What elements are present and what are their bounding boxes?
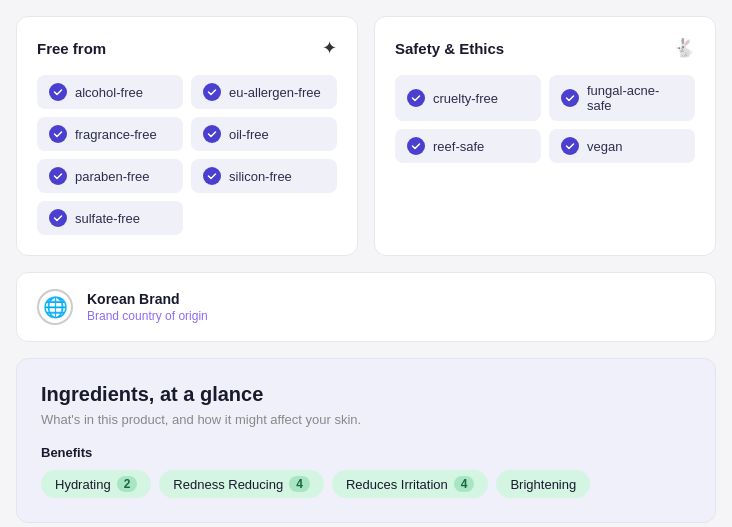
benefit-name: Redness Reducing	[173, 477, 283, 492]
check-icon	[203, 83, 221, 101]
tag-label: oil-free	[229, 127, 269, 142]
safety-tag: cruelty-free	[395, 75, 541, 121]
free-from-tag: paraben-free	[37, 159, 183, 193]
tag-label: vegan	[587, 139, 622, 154]
tag-label: cruelty-free	[433, 91, 498, 106]
korean-brand-text: Korean Brand Brand country of origin	[87, 291, 208, 323]
korean-brand-card: 🌐 Korean Brand Brand country of origin	[16, 272, 716, 342]
free-from-header: Free from ✦	[37, 37, 337, 59]
benefit-name: Hydrating	[55, 477, 111, 492]
check-icon	[49, 209, 67, 227]
safety-tag: vegan	[549, 129, 695, 163]
safety-tags-grid: cruelty-free fungal-acne-safe reef-safe	[395, 75, 695, 163]
check-icon	[49, 167, 67, 185]
sparkle-icon: ✦	[322, 37, 337, 59]
check-icon	[49, 125, 67, 143]
tag-label: fungal-acne-safe	[587, 83, 683, 113]
tag-label: paraben-free	[75, 169, 149, 184]
benefit-tag: Reduces Irritation4	[332, 470, 489, 498]
cruelty-free-icon: 🐇	[673, 37, 695, 59]
tag-label: eu-allergen-free	[229, 85, 321, 100]
benefit-count: 2	[117, 476, 138, 492]
check-icon	[203, 167, 221, 185]
tag-label: reef-safe	[433, 139, 484, 154]
free-from-tag: sulfate-free	[37, 201, 183, 235]
check-icon	[561, 137, 579, 155]
safety-title: Safety & Ethics	[395, 40, 504, 57]
free-from-tag: silicon-free	[191, 159, 337, 193]
check-icon	[561, 89, 579, 107]
benefit-tag: Brightening	[496, 470, 590, 498]
safety-header: Safety & Ethics 🐇	[395, 37, 695, 59]
benefit-name: Brightening	[510, 477, 576, 492]
ingredients-title: Ingredients, at a glance	[41, 383, 691, 406]
tag-label: fragrance-free	[75, 127, 157, 142]
benefits-tags: Hydrating2Redness Reducing4Reduces Irrit…	[41, 470, 691, 498]
tag-label: sulfate-free	[75, 211, 140, 226]
benefits-label: Benefits	[41, 445, 691, 460]
benefit-tag: Redness Reducing4	[159, 470, 324, 498]
benefit-count: 4	[289, 476, 310, 492]
tag-label: silicon-free	[229, 169, 292, 184]
benefit-count: 4	[454, 476, 475, 492]
check-icon	[49, 83, 67, 101]
benefit-name: Reduces Irritation	[346, 477, 448, 492]
free-from-tag: oil-free	[191, 117, 337, 151]
brand-subtitle: Brand country of origin	[87, 309, 208, 323]
free-from-tag: alcohol-free	[37, 75, 183, 109]
free-from-tag: eu-allergen-free	[191, 75, 337, 109]
free-from-tag: fragrance-free	[37, 117, 183, 151]
free-from-title: Free from	[37, 40, 106, 57]
ingredients-subtitle: What's in this product, and how it might…	[41, 412, 691, 427]
check-icon	[407, 89, 425, 107]
safety-tag: fungal-acne-safe	[549, 75, 695, 121]
free-from-card: Free from ✦ alcohol-free eu-allergen-fre…	[16, 16, 358, 256]
safety-tag: reef-safe	[395, 129, 541, 163]
tag-label: alcohol-free	[75, 85, 143, 100]
safety-ethics-card: Safety & Ethics 🐇 cruelty-free fungal-ac…	[374, 16, 716, 256]
check-icon	[407, 137, 425, 155]
check-icon	[203, 125, 221, 143]
globe-icon: 🌐	[37, 289, 73, 325]
benefit-tag: Hydrating2	[41, 470, 151, 498]
brand-name: Korean Brand	[87, 291, 208, 307]
ingredients-card: Ingredients, at a glance What's in this …	[16, 358, 716, 523]
free-from-tags-grid: alcohol-free eu-allergen-free fragrance-…	[37, 75, 337, 235]
